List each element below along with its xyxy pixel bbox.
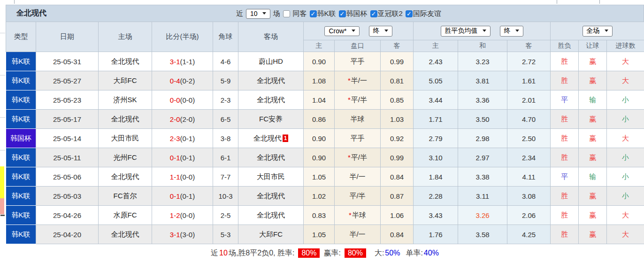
subcol-result: 胜负 [551, 40, 579, 52]
corners-cell: 2-5 [213, 206, 238, 225]
match-date-cell: 25-05-23 [36, 90, 99, 110]
mean-home-cell: 2.43 [414, 52, 458, 71]
match-date-cell: 25-05-31 [36, 52, 99, 71]
mean-time-select[interactable]: 终 [500, 26, 523, 37]
edge-divider [14, 0, 15, 4]
match-type-cell[interactable]: 韩K联 [6, 206, 36, 225]
match-type-cell[interactable]: 韩国杯 [6, 129, 36, 148]
match-type-cell[interactable]: 韩K联 [6, 148, 36, 167]
odds-home-cell: 0.90 [304, 52, 335, 71]
odds-away-cell: 0.99 [381, 52, 414, 71]
table-row: 韩K联 25-04-26 水原FC 1-2(0-0) 2-5 全北现代 0.83… [6, 206, 644, 225]
odds-home-cell: 0.90 [304, 129, 335, 148]
mean-home-cell: 3.43 [414, 206, 458, 225]
away-team-cell[interactable]: 大田市民 [238, 167, 304, 187]
away-team-cell[interactable]: 大邱FC [238, 225, 304, 244]
mean-away-cell: 2.50 [507, 129, 551, 148]
home-team-cell[interactable]: 大田市民 [99, 129, 152, 148]
home-team-cell[interactable]: 济州SK [99, 90, 152, 110]
mean-home-cell: 3.44 [414, 90, 458, 110]
away-team-cell[interactable]: 蔚山HD [238, 52, 304, 71]
away-team-cell[interactable]: FC安养 [238, 110, 304, 129]
sliver-yellow-block [0, 166, 4, 198]
home-team-cell[interactable]: 光州FC [99, 148, 152, 167]
league-checkbox-friendly[interactable] [406, 10, 413, 17]
mean-away-cell: 2.01 [507, 90, 551, 110]
table-row: 韩K联 25-05-27 大邱FC 0-4(0-2) 5-9 全北现代 1.08… [6, 71, 644, 90]
col-header-corners: 角球 [213, 22, 238, 52]
away-team-cell[interactable]: 全北现代 [238, 90, 304, 110]
mean-draw-cell: 3.81 [458, 71, 507, 90]
col-header-away: 客场 [238, 22, 304, 52]
match-date-cell: 25-04-26 [36, 206, 99, 225]
odds-source-value: Crow* [329, 27, 346, 35]
league-checkbox-koreacup[interactable] [339, 10, 346, 17]
mean-home-cell: 2.79 [414, 129, 458, 148]
away-team-cell[interactable]: 全北现代 [238, 71, 304, 90]
odds-home-cell: 1.08 [304, 71, 335, 90]
odds-away-cell: 0.84 [381, 225, 414, 244]
score-cell: 0-1(0-1) [152, 148, 213, 167]
table-row: 韩K联 25-05-03 FC首尔 0-1(0-1) 10-3 全北现代 1.0… [6, 187, 644, 206]
league-checkbox-acl2[interactable] [370, 10, 377, 17]
home-team-cell[interactable]: 全北现代 [99, 167, 152, 187]
edge-divider [599, 0, 600, 4]
match-type-cell[interactable]: 韩K联 [6, 71, 36, 90]
same-venue-checkbox[interactable] [283, 10, 290, 17]
handicap-result-cell: 赢 [579, 225, 607, 244]
league-checkbox-kleague[interactable] [310, 10, 317, 17]
home-team-cell[interactable]: 全北现代 [99, 110, 152, 129]
home-team-cell[interactable]: 全北现代 [99, 225, 152, 244]
home-team-cell[interactable]: FC首尔 [99, 187, 152, 206]
mean-away-cell: 2.06 [507, 206, 551, 225]
mean-home-cell: 1.71 [414, 110, 458, 129]
mean-home-cell: 3.10 [414, 148, 458, 167]
mean-home-cell: 2.28 [414, 187, 458, 206]
match-type-cell[interactable]: 韩K联 [6, 187, 36, 206]
result-group-header: 全场 [551, 22, 644, 40]
home-team-cell[interactable]: 全北现代 [99, 52, 152, 71]
score-cell: 1-2(0-0) [152, 206, 213, 225]
mean-away-cell: 4.11 [507, 167, 551, 187]
match-type-cell[interactable]: 韩K联 [6, 90, 36, 110]
handicap-rate-label: 赢率: [323, 248, 340, 258]
odds-home-cell: 1.04 [304, 90, 335, 110]
match-type-cell[interactable]: 韩K联 [6, 52, 36, 71]
mean-away-cell: 3.08 [507, 187, 551, 206]
league-label-kleague: 韩K联 [317, 9, 336, 18]
home-team-cell[interactable]: 大邱FC [99, 71, 152, 90]
away-team-cell[interactable]: 全北现代 [238, 187, 304, 206]
away-team-cell[interactable]: 全北现代 [238, 148, 304, 167]
recent-count-select[interactable]: 10 [246, 9, 270, 19]
title-band: 全北现代 近 10 场 同客 韩K联 韩国杯 [6, 5, 644, 22]
home-team-cell[interactable]: 水原FC [99, 206, 152, 225]
goals-result-cell: 小 [607, 110, 644, 129]
corners-cell: 5-9 [213, 71, 238, 90]
league-label-friendly: 国际友谊 [413, 9, 441, 18]
handicap-line-cell: *半球 [335, 206, 381, 225]
result-cell: 胜 [551, 225, 579, 244]
odds-time-select[interactable]: 终 [369, 26, 392, 37]
match-type-cell[interactable]: 韩K联 [6, 225, 36, 244]
scope-select[interactable]: 全场 [583, 26, 613, 37]
match-type-cell[interactable]: 韩K联 [6, 167, 36, 187]
recent-label: 近 [236, 9, 243, 18]
match-date-cell: 25-04-20 [36, 225, 99, 244]
handicap-result-cell: 赢 [579, 110, 607, 129]
odds-away-cell: 1.03 [381, 110, 414, 129]
odds-away-cell: 1.06 [381, 206, 414, 225]
mean-away-cell: 4.70 [507, 110, 551, 129]
col-header-date: 日期 [36, 22, 99, 52]
away-team-cell[interactable]: 全北现代1 [238, 129, 304, 148]
odds-source-select[interactable]: Crow* [324, 26, 359, 36]
footer-count: 10 [219, 249, 228, 257]
mean-draw-cell: 3.11 [458, 187, 507, 206]
goals-result-cell: 大 [607, 129, 644, 148]
mean-time-value: 终 [504, 27, 511, 35]
away-team-cell[interactable]: 全北现代 [238, 206, 304, 225]
red-card-badge: 1 [283, 135, 289, 142]
match-type-cell[interactable]: 韩K联 [6, 110, 36, 129]
match-date-cell: 25-05-17 [36, 110, 99, 129]
handicap-line-cell: 平手 [335, 52, 381, 71]
mean-type-select[interactable]: 胜平负均值 [441, 26, 491, 37]
